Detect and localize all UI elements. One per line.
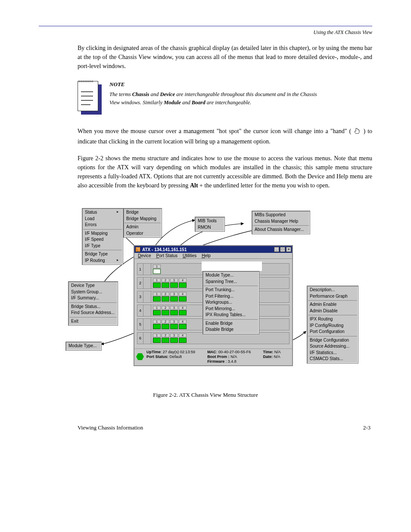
- para2-a: When you move the mouse cursor over a ma…: [78, 128, 351, 134]
- port-status-submenu[interactable]: Bridge Bridge Mapping Admin Operator: [123, 208, 162, 238]
- mi-if-statistics[interactable]: I/F Statistics...: [307, 350, 358, 356]
- mi-ipx-routing[interactable]: IPX Routing: [307, 316, 358, 323]
- mi-enable-bridge[interactable]: Enable Bridge: [203, 320, 259, 327]
- slot-label: [143, 277, 151, 289]
- note-bold-b: Device: [160, 91, 175, 97]
- boot-value: N/A: [230, 355, 237, 359]
- mi-ip-config-routing[interactable]: IP Config/Routing: [307, 323, 358, 329]
- mi-admin-disable[interactable]: Admin Disable: [307, 308, 358, 314]
- mi-chassis-help[interactable]: Chassis Manager Help: [252, 218, 310, 225]
- minimize-button[interactable]: _: [274, 247, 279, 252]
- close-button[interactable]: ×: [286, 247, 291, 252]
- note-bold-a: Chassis: [132, 91, 149, 97]
- note-text-a: The terms: [109, 91, 132, 97]
- alt-key: Alt: [190, 182, 198, 189]
- mi-operator[interactable]: Operator: [124, 230, 162, 237]
- slot-number: 3: [137, 291, 143, 302]
- status-indicator-icon: [136, 353, 144, 360]
- mi-device-type[interactable]: Device Type: [68, 283, 118, 289]
- mi-port-filtering[interactable]: Port Filtering...: [203, 293, 259, 300]
- mi-errors[interactable]: Errors: [82, 222, 123, 228]
- mi-rmon[interactable]: RMON: [195, 224, 224, 231]
- slot-number: 1: [137, 264, 143, 275]
- port-menu[interactable]: Description... Performance Graph Admin E…: [307, 286, 358, 364]
- module-popup-menu[interactable]: Module Type... Spanning Tree... Port Tru…: [202, 271, 259, 334]
- callout-highlight: [202, 261, 262, 271]
- mi-about-chassis[interactable]: About Chassis Manager...: [252, 227, 310, 233]
- note-label: NOTE: [109, 81, 325, 88]
- mi-csmacd-stats[interactable]: CSMACD Stats...: [307, 356, 358, 362]
- mac-value: : 00-40-27-00-55-F6: [216, 350, 251, 354]
- mi-ip-routing[interactable]: IP Routing: [82, 258, 123, 264]
- mi-if-mapping[interactable]: I/F Mapping: [82, 230, 123, 237]
- mi-port-trunking[interactable]: Port Trunking...: [203, 287, 259, 293]
- uptime-label: UpTime: [146, 350, 161, 354]
- mi-if-speed[interactable]: I/F Speed: [82, 236, 123, 243]
- footer-right: 2-3: [363, 424, 371, 431]
- mi-port-mirroring[interactable]: Port Mirroring...: [203, 306, 259, 312]
- slot-label: [143, 264, 151, 275]
- port-status-value: Default: [168, 355, 182, 359]
- mi-bridge-config[interactable]: Bridge Configuration: [307, 337, 358, 344]
- maximize-button[interactable]: □: [280, 247, 285, 252]
- menu-port-status[interactable]: Port Status: [156, 253, 178, 258]
- mi-port-config[interactable]: Port Configuration: [307, 329, 358, 335]
- mi-find-source-address[interactable]: Find Source Address...: [68, 310, 118, 316]
- slot-label: [143, 305, 151, 316]
- header-divider: [39, 26, 372, 26]
- para3-b: + the underlined letter for the menu you…: [198, 182, 330, 189]
- date-label: Date:: [263, 355, 273, 359]
- mi-source-addressing[interactable]: Source Addressing...: [307, 343, 358, 350]
- menu-help[interactable]: Help: [201, 253, 212, 258]
- mi-spanning-tree[interactable]: Spanning Tree...: [203, 279, 259, 285]
- slot-label: [143, 319, 151, 330]
- boot-label: Boot Prom :: [207, 355, 230, 359]
- firmware-value: : 3.4.8: [224, 359, 237, 364]
- mi-module-type-small[interactable]: Module Type...: [66, 343, 101, 349]
- mac-label: MAC: [207, 350, 216, 354]
- window-title: ATX - 134.141.161.151: [142, 247, 273, 252]
- mi-mibs-supported[interactable]: MIBs Supported: [252, 212, 310, 218]
- mi-system-group[interactable]: System Group...: [68, 289, 118, 296]
- mi-disable-bridge[interactable]: Disable Bridge: [203, 327, 259, 333]
- menubar[interactable]: Device Port Status Utilities Help: [134, 253, 292, 259]
- hand-icon: [353, 127, 361, 137]
- mi-admin[interactable]: Admin: [124, 224, 162, 230]
- module-type-menu[interactable]: Module Type...: [65, 342, 102, 351]
- help-menu[interactable]: MIBs Supported Chassis Manager Help Abou…: [252, 211, 310, 234]
- mi-performance-graph[interactable]: Performance Graph: [307, 293, 358, 300]
- note-text: The terms Chassis and Device are interch…: [109, 90, 325, 107]
- date-value: N/A: [273, 355, 280, 359]
- mi-bridge-type[interactable]: Bridge Type: [82, 251, 123, 258]
- mi-workgroups[interactable]: Workgroups...: [203, 299, 259, 306]
- titlebar[interactable]: ATX - 134.141.161.151 _ □ ×: [134, 246, 292, 253]
- mi-ipx-routing-tables[interactable]: IPX Routing Tables...: [203, 312, 259, 318]
- slot-label: [143, 333, 151, 344]
- note-icon: ooooooo: [78, 81, 102, 115]
- paragraph-hotspot: When you move the mouse cursor over a ma…: [39, 127, 372, 146]
- mi-bridge-status[interactable]: Bridge Status...: [68, 304, 118, 310]
- mi-if-summary[interactable]: I/F Summary...: [68, 295, 118, 302]
- mi-bridge-mapping[interactable]: Bridge Mapping: [124, 216, 162, 222]
- figure-caption: Figure 2-2. ATX Chassis View Menu Struct…: [39, 392, 372, 398]
- note-text-d: and: [181, 100, 192, 106]
- mi-exit[interactable]: Exit: [68, 318, 118, 325]
- menu-device[interactable]: Device: [137, 253, 152, 258]
- menu-utilities[interactable]: Utilities: [182, 253, 197, 258]
- mi-status[interactable]: Status: [82, 209, 123, 216]
- mi-description[interactable]: Description...: [307, 287, 358, 293]
- mi-mib-tools[interactable]: MIB Tools: [195, 218, 224, 224]
- utilities-menu[interactable]: MIB Tools RMON: [195, 217, 225, 232]
- mi-bridge[interactable]: Bridge: [124, 209, 162, 216]
- mi-admin-enable[interactable]: Admin Enable: [307, 302, 358, 308]
- mi-load[interactable]: Load: [82, 216, 123, 222]
- paragraph-menu-structure: Figure 2-2 shows the menu structure and …: [39, 154, 372, 190]
- firmware-label: Firmware: [207, 359, 224, 364]
- port-status-label: Port Status:: [146, 355, 168, 359]
- mi-if-type[interactable]: I/F Type: [82, 243, 123, 249]
- port-status-menu[interactable]: Status Load Errors I/F Mapping I/F Speed…: [82, 208, 123, 265]
- time-label: Time:: [263, 350, 273, 354]
- device-menu[interactable]: Device Type System Group... I/F Summary.…: [68, 281, 118, 326]
- note-text-b: and: [149, 91, 160, 97]
- mi-module-type[interactable]: Module Type...: [203, 272, 259, 279]
